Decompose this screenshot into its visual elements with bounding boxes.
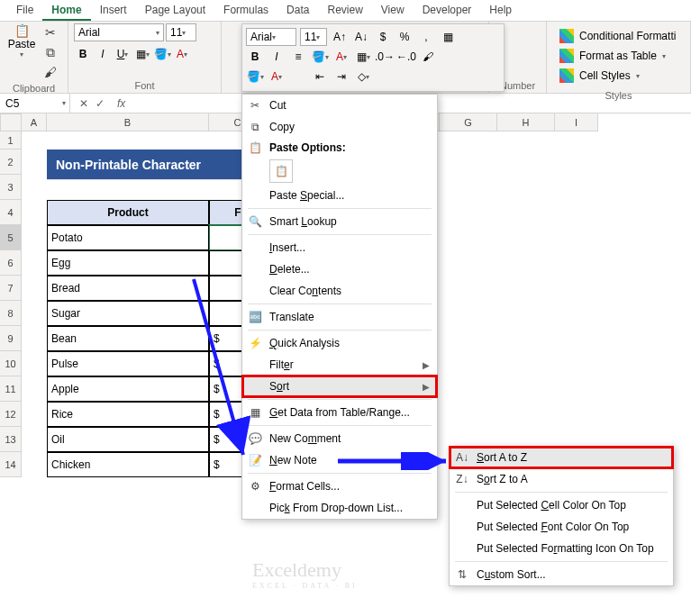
ctx-format-cells[interactable]: ⚙Format Cells... xyxy=(242,476,437,497)
tab-formulas[interactable]: Formulas xyxy=(214,0,277,21)
ctx-cut[interactable]: ✂Cut xyxy=(242,95,437,116)
product-cell-7[interactable]: Bread xyxy=(47,276,209,301)
ctx-quick-analysis[interactable]: ⚡Quick Analysis xyxy=(242,332,437,354)
ctx-pick-dropdown[interactable]: Pick From Drop-down List... xyxy=(242,497,437,519)
mini-format-painter[interactable]: 🖌 xyxy=(419,48,437,66)
font-name-combo[interactable]: Arial▾ xyxy=(74,23,164,41)
row-header-2[interactable]: 2 xyxy=(0,149,22,175)
row-header-11[interactable]: 11 xyxy=(0,376,22,402)
tab-developer[interactable]: Developer xyxy=(414,0,481,21)
row-header-1[interactable]: 1 xyxy=(0,131,22,149)
mini-size-combo[interactable]: 11▾ xyxy=(300,28,327,46)
sort-z-to-a[interactable]: Z↓Sort Z to A xyxy=(450,468,673,490)
format-painter-button[interactable]: 🖌 xyxy=(41,63,59,81)
ctx-get-data[interactable]: ▦Get Data from Table/Range... xyxy=(242,402,437,423)
sort-cell-color[interactable]: Put Selected Cell Color On Top xyxy=(450,494,673,516)
sort-formatting-icon[interactable]: Put Selected Formatting Icon On Top xyxy=(450,538,673,559)
mini-outdent[interactable]: ⇤ xyxy=(311,68,329,86)
row-header-7[interactable]: 7 xyxy=(0,276,22,301)
row-header-5[interactable]: 5 xyxy=(0,225,22,250)
tab-view[interactable]: View xyxy=(372,0,414,21)
fill-color-button[interactable]: 🪣▾ xyxy=(153,45,171,63)
mini-borders[interactable]: ▦▾ xyxy=(354,48,372,66)
fx-label[interactable]: fx xyxy=(117,97,125,110)
row-header-4[interactable]: 4 xyxy=(0,200,22,225)
sort-font-color[interactable]: Put Selected Font Color On Top xyxy=(450,516,673,538)
mini-font-color[interactable]: A▾ xyxy=(332,48,350,66)
tab-file[interactable]: File xyxy=(7,0,42,21)
mini-grow-font[interactable]: A↑ xyxy=(331,28,349,46)
ctx-sort[interactable]: Sort▶ xyxy=(242,376,437,397)
product-cell-9[interactable]: Bean xyxy=(47,326,209,351)
sort-custom[interactable]: ⇅Custom Sort... xyxy=(450,564,673,585)
product-cell-5[interactable]: Potato xyxy=(47,225,209,250)
cancel-formula-button[interactable]: ✕ xyxy=(79,97,88,110)
mini-clear[interactable]: ◇▾ xyxy=(354,68,372,86)
ctx-copy[interactable]: ⧉Copy xyxy=(242,116,437,138)
product-cell-11[interactable]: Apple xyxy=(47,376,209,402)
mini-fill-color-2[interactable]: 🪣▾ xyxy=(246,68,264,86)
product-cell-14[interactable]: Chicken xyxy=(47,452,209,477)
italic-button[interactable]: I xyxy=(94,45,112,63)
format-as-table-button[interactable]: Format as Table▾ xyxy=(559,47,677,65)
row-header-8[interactable]: 8 xyxy=(0,301,22,326)
mini-italic[interactable]: I xyxy=(268,48,286,66)
borders-button[interactable]: ▦▾ xyxy=(133,45,151,63)
mini-comma[interactable]: , xyxy=(417,28,435,46)
mini-inc-decimal[interactable]: .0→ xyxy=(376,48,394,66)
underline-button[interactable]: U▾ xyxy=(114,45,132,63)
mini-font-color-2[interactable]: A▾ xyxy=(268,68,286,86)
col-header-H[interactable]: H xyxy=(497,113,555,131)
font-size-combo[interactable]: 11▾ xyxy=(166,23,196,41)
tab-data[interactable]: Data xyxy=(277,0,318,21)
ctx-translate[interactable]: 🔤Translate xyxy=(242,306,437,328)
header-product[interactable]: Product xyxy=(47,200,209,225)
mini-bold[interactable]: B xyxy=(246,48,264,66)
product-cell-12[interactable]: Rice xyxy=(47,402,209,427)
font-color-button[interactable]: A▾ xyxy=(173,45,191,63)
row-header-12[interactable]: 12 xyxy=(0,402,22,427)
ctx-insert[interactable]: Insert... xyxy=(242,237,437,258)
enter-formula-button[interactable]: ✓ xyxy=(95,97,105,110)
ctx-filter[interactable]: Filter▶ xyxy=(242,354,437,376)
row-header-13[interactable]: 13 xyxy=(0,427,22,452)
paste-button[interactable]: 📋 Paste ▾ xyxy=(5,23,38,59)
sort-a-to-z[interactable]: A↓Sort A to Z xyxy=(450,447,673,468)
ctx-new-comment[interactable]: 💬New Comment xyxy=(242,428,437,449)
row-header-6[interactable]: 6 xyxy=(0,250,22,276)
mini-accounting[interactable]: $ xyxy=(374,28,392,46)
paste-option-default[interactable]: 📋 xyxy=(269,159,293,183)
col-header-A[interactable]: A xyxy=(22,113,47,131)
mini-fill-color[interactable]: 🪣▾ xyxy=(311,48,329,66)
product-cell-13[interactable]: Oil xyxy=(47,427,209,452)
ctx-new-note[interactable]: 📝New Note xyxy=(242,449,437,471)
ctx-paste-special[interactable]: Paste Special... xyxy=(242,185,437,206)
mini-merge[interactable]: ▦ xyxy=(439,28,457,46)
cell-styles-button[interactable]: Cell Styles▾ xyxy=(559,67,677,85)
select-all-corner[interactable] xyxy=(0,113,22,131)
copy-button[interactable]: ⧉ xyxy=(41,43,59,61)
ctx-smart-lookup[interactable]: 🔍Smart Lookup xyxy=(242,211,437,232)
ctx-delete[interactable]: Delete... xyxy=(242,258,437,280)
col-header-G[interactable]: G xyxy=(440,113,497,131)
row-header-9[interactable]: 9 xyxy=(0,326,22,351)
mini-font-combo[interactable]: Arial▾ xyxy=(246,28,296,46)
name-box[interactable]: C5▾ xyxy=(0,94,70,113)
col-header-I[interactable]: I xyxy=(555,113,598,131)
mini-align[interactable]: ≡ xyxy=(289,48,307,66)
mini-percent[interactable]: % xyxy=(396,28,414,46)
row-header-14[interactable]: 14 xyxy=(0,452,22,477)
mini-shrink-font[interactable]: A↓ xyxy=(352,28,370,46)
col-header-B[interactable]: B xyxy=(47,113,209,131)
product-cell-10[interactable]: Pulse xyxy=(47,351,209,376)
bold-button[interactable]: B xyxy=(74,45,92,63)
mini-indent[interactable]: ⇥ xyxy=(332,68,350,86)
tab-help[interactable]: Help xyxy=(480,0,521,21)
cut-button[interactable]: ✂ xyxy=(41,23,59,41)
tab-home[interactable]: Home xyxy=(42,0,90,21)
tab-insert[interactable]: Insert xyxy=(91,0,136,21)
conditional-formatting-button[interactable]: Conditional Formatti xyxy=(559,27,677,45)
mini-dec-decimal[interactable]: ←.0 xyxy=(397,48,415,66)
row-header-10[interactable]: 10 xyxy=(0,351,22,376)
ctx-clear-contents[interactable]: Clear Contents xyxy=(242,280,437,302)
